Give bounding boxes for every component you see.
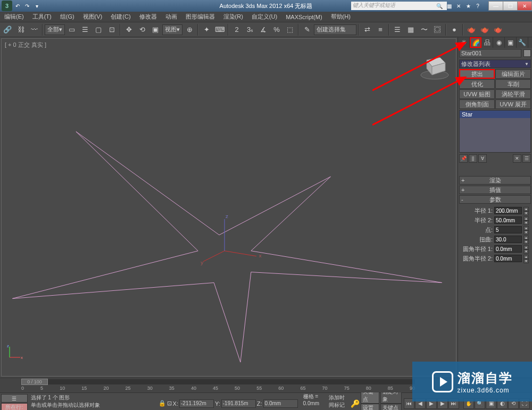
help-icon[interactable]: ? [474,2,481,10]
hierarchy-tab-icon[interactable]: 品 [481,37,493,48]
display-tab-icon[interactable]: ▣ [505,37,517,48]
points-spinner[interactable]: ▲▼ [523,226,529,233]
menu-modifiers[interactable]: 修改器 [135,13,161,21]
favorite-icon[interactable]: ★ [464,2,472,10]
radius1-input[interactable]: 200.0mm [494,207,522,214]
utilities-tab-icon[interactable]: 🔧 [517,37,528,48]
minimize-button[interactable]: — [488,1,503,11]
infocenter-search-input[interactable]: 键入关键字或短语 [351,2,447,10]
app-logo-icon[interactable]: 3 [2,1,12,11]
rollout-interp[interactable]: +插值 [459,186,531,194]
mod-uvwmap-button[interactable]: UVW 贴图 [459,89,495,99]
qat-dropdown-icon[interactable]: ▾ [32,2,41,10]
modify-tab-icon[interactable]: 🌈 [470,37,481,48]
mirror-icon[interactable]: ⇄ [361,23,373,36]
exchange-icon[interactable]: ✕ [455,2,462,10]
menu-views[interactable]: 视图(V) [79,13,107,21]
star-spline-shape[interactable]: x y z [2,39,456,376]
rollout-params[interactable]: -参数 [459,195,531,204]
render-production-icon[interactable]: 🫖 [492,23,504,36]
modifier-stack[interactable]: Star [459,110,531,153]
fillet1-spinner[interactable]: ▲▼ [523,245,529,253]
select-move-icon[interactable]: ✥ [122,23,135,36]
setkey-button[interactable]: 设置关键点 [361,404,379,411]
menu-create[interactable]: 创建(C) [106,13,135,21]
render-setup-icon[interactable]: 🫖 [465,23,478,36]
keyboard-shortcut-icon[interactable]: ⌨ [213,23,226,36]
mod-extrude-button[interactable]: 挤出 [459,69,495,79]
redo-icon[interactable]: ↷ [23,2,31,10]
curve-editor-icon[interactable]: 〜 [418,23,430,36]
mod-editpatch-button[interactable]: 编辑面片 [495,69,531,79]
search-icon[interactable]: 🔍 [436,2,443,10]
mod-optimize-button[interactable]: 优化 [459,79,495,89]
menu-maxscript[interactable]: MAXScript(M) [281,14,326,20]
viewcube[interactable] [419,49,451,81]
mod-uvwunwrap-button[interactable]: UVW 展开 [495,99,531,109]
render-frame-icon[interactable]: 🫖 [478,23,491,36]
fillet2-input[interactable]: 0.0mm [494,255,522,262]
configure-sets-icon[interactable]: ☰ [522,154,531,163]
menu-tools[interactable]: 工具(T) [28,13,56,21]
x-coord-input[interactable]: -211.192m [179,399,214,408]
points-input[interactable]: 5 [494,226,522,233]
coord-system-dropdown[interactable]: 视图 ▾ [162,24,182,35]
select-rotate-icon[interactable]: ⟲ [136,23,148,36]
percent-snap-icon[interactable]: % [270,23,283,36]
motion-tab-icon[interactable]: ◉ [493,37,505,48]
menu-edit[interactable]: 编辑(E) [0,13,28,21]
select-manipulate-icon[interactable]: ✦ [200,23,213,36]
distortion-input[interactable]: 30.0 [494,236,522,243]
select-by-name-icon[interactable]: ☰ [79,23,92,36]
unlink-icon[interactable]: ⛓ [14,23,27,36]
subscription-icon[interactable]: ▦ [445,2,453,10]
snaps-3d-icon[interactable]: 3ₛ [244,23,256,36]
menu-rendering[interactable]: 渲染(R) [219,13,247,21]
isolate-icon[interactable]: ⊡ [167,400,172,407]
rollout-render[interactable]: +渲染 [459,176,531,185]
time-slider-handle[interactable]: 0 / 100 [21,379,48,385]
pin-stack-icon[interactable]: 📌 [459,154,468,163]
pivot-center-icon[interactable]: ⊕ [183,23,196,36]
mod-lathe-button[interactable]: 车削 [495,79,531,89]
remove-modifier-icon[interactable]: ✕ [513,154,521,163]
mod-turbosmooth-button[interactable]: 涡轮平滑 [495,89,531,99]
material-editor-icon[interactable]: ● [448,23,461,36]
link-icon[interactable]: 🔗 [1,23,14,36]
fillet2-spinner[interactable]: ▲▼ [523,255,529,262]
radius1-spinner[interactable]: ▲▼ [523,207,529,214]
object-name-input[interactable]: Star001 [459,49,521,57]
show-end-result-icon[interactable]: || [469,154,477,163]
align-icon[interactable]: ≡ [374,23,387,36]
select-scale-icon[interactable]: ▣ [149,23,162,36]
undo-icon[interactable]: ↶ [13,2,22,10]
y-coord-input[interactable]: -191.815m [221,399,256,408]
named-selection-dropdown[interactable]: 创建选择集 [314,24,356,35]
stack-item-star[interactable]: Star [460,111,530,118]
menu-help[interactable]: 帮助(H) [327,13,355,21]
graphite-icon[interactable]: ▦ [404,23,417,36]
menu-group[interactable]: 组(G) [56,13,79,21]
menu-grapheditors[interactable]: 图形编辑器 [181,13,219,21]
lock-selection-icon[interactable]: 🔒 [159,400,166,407]
add-time-tag[interactable]: 添加时间标记 [329,394,350,409]
time-slider-track[interactable]: 0 / 100 [21,379,415,384]
modifier-list-dropdown[interactable]: 修改器列表 [459,60,531,68]
rectangular-region-icon[interactable]: ▢ [92,23,105,36]
create-tab-icon[interactable]: ✳ [458,37,470,48]
z-coord-input[interactable]: 0.0mm [263,399,298,408]
spinner-snap-icon[interactable]: ⬚ [284,23,296,36]
mod-bevelprofile-button[interactable]: 倒角剖面 [459,99,495,109]
bind-spacewarp-icon[interactable]: 〰 [28,23,40,36]
layer-manager-icon[interactable]: ☰ [391,23,404,36]
distortion-spinner[interactable]: ▲▼ [523,236,529,243]
selection-filter-dropdown[interactable]: 全部 ▾ [45,24,65,35]
key-icon[interactable]: 🔑 [351,399,360,408]
radius2-spinner[interactable]: ▲▼ [523,216,529,224]
script-mini-listener[interactable]: ☰ [1,394,28,403]
viewport[interactable]: [ + 0 正交 真实 ] x y z [1,38,456,376]
menu-animation[interactable]: 动画 [161,13,181,21]
edit-selection-set-icon[interactable]: ✎ [301,23,313,36]
fillet1-input[interactable]: 0.0mm [494,245,522,253]
key-filters-button[interactable]: 关键点过滤器 [380,404,402,411]
